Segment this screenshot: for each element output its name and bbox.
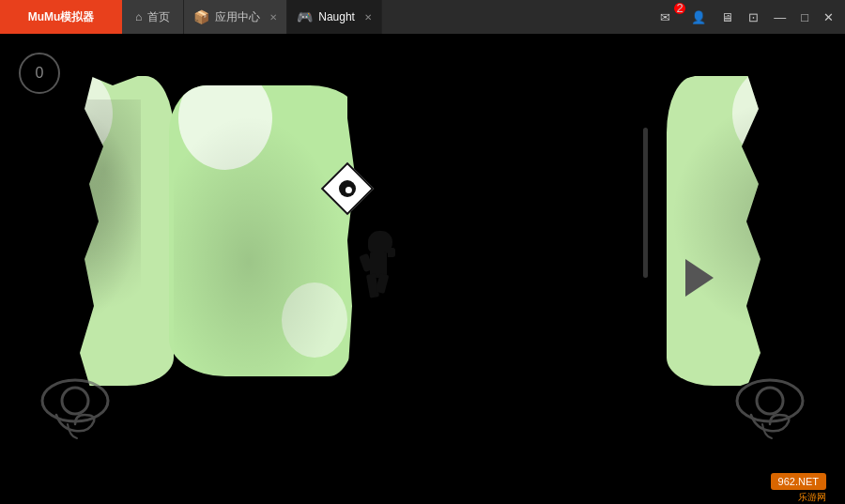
app-center-icon: 📦 [193,9,209,24]
screen-icon[interactable]: ⊡ [743,8,764,26]
score-value: 0 [36,65,44,82]
mail-badge[interactable]: ✉ 2 [649,7,682,28]
watermark-962: 962.NET [771,473,826,490]
vertical-bar [643,128,648,278]
titlebar: MuMu模拟器 ⌂ 首页 📦 应用中心 ✕ 🎮 Naught ✕ ✉ 2 👤 🖥… [0,0,845,34]
app-center-label: 应用中心 [215,9,260,25]
minimize-button[interactable]: — [768,8,791,26]
diamond-eye-pupil [339,180,356,197]
player-character [357,231,404,315]
home-tab[interactable]: ⌂ 首页 [122,0,184,34]
naught-tab-label: Naught [318,10,355,23]
mid-divider-right [535,71,563,381]
svg-point-1 [62,388,88,414]
close-button[interactable]: ✕ [818,8,839,26]
svg-point-3 [757,388,783,414]
home-icon: ⌂ [135,10,142,23]
watermark-leyou-text: 乐游网 [798,492,826,502]
mail-icon: ✉ [654,8,676,26]
center-green-panel [169,85,357,376]
watermark-leyou: 乐游网 [798,491,826,504]
black-bottom-mask [0,368,845,504]
deco-eye-left [28,363,122,448]
maximize-button[interactable]: □ [795,8,814,26]
titlebar-actions: ✉ 2 👤 🖥 ⊡ — □ ✕ [649,7,845,28]
naught-tab[interactable]: 🎮 Naught ✕ [287,0,382,34]
play-arrow-button[interactable] [685,259,714,297]
user-icon[interactable]: 👤 [685,8,712,26]
app-center-tab[interactable]: 📦 应用中心 ✕ [184,0,287,34]
app-logo[interactable]: MuMu模拟器 [0,0,122,34]
score-display: 0 [19,53,60,94]
display-icon[interactable]: 🖥 [715,8,739,26]
home-label: 首页 [147,9,170,25]
deco-eye-right [723,363,817,448]
naught-close-icon[interactable]: ✕ [364,12,372,23]
mid-divider-left [347,71,376,381]
logo-text: MuMu模拟器 [28,9,95,25]
naught-tab-icon: 🎮 [297,9,313,24]
watermark-text: 962.NET [778,476,819,487]
diamond-eye-highlight [346,187,352,193]
game-area: 0 [0,34,845,504]
app-center-close-icon[interactable]: ✕ [269,12,277,23]
mail-count: 2 [674,3,685,14]
diamond-eye-symbol [324,165,371,212]
